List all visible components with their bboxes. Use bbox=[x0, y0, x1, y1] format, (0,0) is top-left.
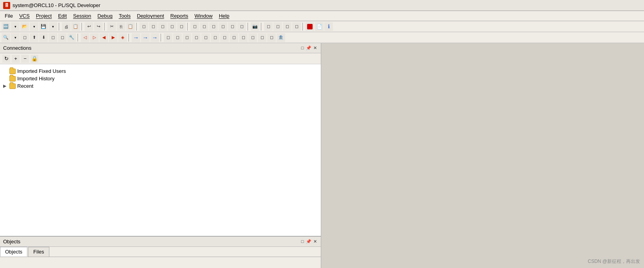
arrow-right-3[interactable]: → bbox=[150, 33, 159, 42]
t2b20[interactable]: ◻ bbox=[248, 33, 257, 42]
new-dropdown[interactable]: ▾ bbox=[11, 22, 20, 31]
tree-item-imported-fixed-users[interactable]: Imported Fixed Users bbox=[2, 67, 319, 75]
tb4[interactable]: ◻ bbox=[149, 22, 157, 31]
connections-minimize-btn[interactable]: □ bbox=[300, 45, 305, 51]
menu-edit[interactable]: Edit bbox=[55, 12, 70, 20]
connections-add-btn[interactable]: + bbox=[12, 55, 20, 63]
expand-icon[interactable]: ▶ bbox=[3, 83, 8, 89]
t2b8[interactable]: ◀ bbox=[99, 33, 108, 42]
t2b13[interactable]: ◻ bbox=[183, 33, 191, 42]
undo-button[interactable]: ↩ bbox=[85, 22, 93, 31]
t2b14[interactable]: ◻ bbox=[192, 33, 201, 42]
print2-button[interactable]: 📋 bbox=[71, 22, 80, 31]
tb6[interactable]: ◻ bbox=[168, 22, 176, 31]
t2b4[interactable]: ◻ bbox=[49, 33, 57, 42]
paste-button[interactable]: 📋 bbox=[126, 22, 135, 31]
connections-close-btn[interactable]: ✕ bbox=[312, 45, 318, 51]
t2b2[interactable]: ⬆ bbox=[30, 33, 38, 42]
camera-button[interactable]: 📷 bbox=[251, 22, 259, 31]
tb8[interactable]: ◻ bbox=[190, 22, 199, 31]
menu-project[interactable]: Project bbox=[33, 12, 55, 20]
t2b21[interactable]: ◻ bbox=[258, 33, 266, 42]
connections-remove-btn[interactable]: − bbox=[21, 55, 29, 63]
toolbar-2: 🔍 ▾ ◻ ⬆ ⬇ ◻ ◻ 🔧 ◁ ▷ ◀ ▶ ◈ → → → ◻ ◻ ◻ ◻ … bbox=[0, 32, 644, 43]
objects-panel: Objects □ 📌 ✕ Objects Files bbox=[0, 237, 321, 268]
new-button[interactable]: 🆕 bbox=[2, 22, 10, 31]
connections-refresh-btn[interactable]: ↻ bbox=[2, 55, 10, 63]
objects-minimize-btn[interactable]: □ bbox=[300, 239, 305, 244]
arrow-right-2[interactable]: → bbox=[141, 33, 150, 42]
tb12[interactable]: ◻ bbox=[228, 22, 237, 31]
tb7[interactable]: ◻ bbox=[177, 22, 186, 31]
t2b5[interactable]: ◻ bbox=[58, 33, 67, 42]
menu-tools[interactable]: Tools bbox=[116, 12, 134, 20]
info-button[interactable]: ℹ bbox=[324, 22, 333, 31]
tbx3[interactable]: ◻ bbox=[283, 22, 291, 31]
wrench-btn[interactable]: 🔧 bbox=[67, 33, 76, 42]
menu-window[interactable]: Window bbox=[191, 12, 215, 20]
left-panel: Connections □ 📌 ✕ ↻ + − 🔒 Imported Fixed… bbox=[0, 43, 321, 268]
tbx4[interactable]: ◻ bbox=[292, 22, 301, 31]
tree-label: Imported Fixed Users bbox=[17, 68, 66, 74]
menu-file[interactable]: File bbox=[2, 12, 16, 20]
tb3[interactable]: ◻ bbox=[139, 22, 148, 31]
tab-objects[interactable]: Objects bbox=[0, 247, 27, 257]
menu-deployment[interactable]: Deployment bbox=[134, 12, 167, 20]
menu-debug[interactable]: Debug bbox=[94, 12, 116, 20]
t2b22[interactable]: ◻ bbox=[267, 33, 276, 42]
t2b11[interactable]: ◻ bbox=[164, 33, 172, 42]
tbx2[interactable]: ◻ bbox=[273, 22, 282, 31]
connections-panel: Connections □ 📌 ✕ ↻ + − 🔒 Imported Fixed… bbox=[0, 43, 321, 237]
copy-button[interactable]: ⎘ bbox=[117, 22, 125, 31]
menu-help[interactable]: Help bbox=[216, 12, 233, 20]
connections-lock-btn[interactable]: 🔒 bbox=[31, 55, 38, 63]
open-dropdown[interactable]: ▾ bbox=[30, 22, 38, 31]
separator bbox=[78, 34, 79, 42]
save-button[interactable]: 💾 bbox=[39, 22, 48, 31]
redo-button[interactable]: ↪ bbox=[94, 22, 103, 31]
search-btn[interactable]: 🔍 bbox=[2, 33, 10, 42]
print-button[interactable]: 🖨 bbox=[62, 22, 71, 31]
t2b23[interactable]: 🏦 bbox=[277, 33, 285, 42]
connections-controls: □ 📌 ✕ bbox=[300, 45, 318, 51]
t2b10[interactable]: ◈ bbox=[118, 33, 127, 42]
tb10[interactable]: ◻ bbox=[209, 22, 218, 31]
tb11[interactable]: ◻ bbox=[219, 22, 227, 31]
save-dropdown[interactable]: ▾ bbox=[49, 22, 57, 31]
separator bbox=[161, 34, 162, 42]
tree-label: Recent bbox=[17, 83, 33, 89]
t2b1[interactable]: ◻ bbox=[20, 33, 29, 42]
t2b15[interactable]: ◻ bbox=[201, 33, 210, 42]
t2b19[interactable]: ◻ bbox=[239, 33, 248, 42]
tb9[interactable]: ◻ bbox=[200, 22, 208, 31]
t2b18[interactable]: ◻ bbox=[230, 33, 238, 42]
t2b16[interactable]: ◻ bbox=[211, 33, 219, 42]
separator bbox=[128, 34, 130, 42]
search-dropdown[interactable]: ▾ bbox=[11, 33, 20, 42]
arrow-right-1[interactable]: → bbox=[132, 33, 140, 42]
tree-item-recent[interactable]: ▶ Recent bbox=[2, 82, 319, 90]
t2b12[interactable]: ◻ bbox=[173, 33, 182, 42]
connections-pin-btn[interactable]: 📌 bbox=[306, 45, 311, 51]
t2b17[interactable]: ◻ bbox=[220, 33, 229, 42]
menu-vcs[interactable]: VCS bbox=[16, 12, 33, 20]
t2b3[interactable]: ⬇ bbox=[39, 33, 48, 42]
objects-close-btn[interactable]: ✕ bbox=[312, 239, 318, 244]
tb5[interactable]: ◻ bbox=[158, 22, 167, 31]
tab-files[interactable]: Files bbox=[28, 247, 49, 257]
t2b7[interactable]: ▷ bbox=[90, 33, 99, 42]
separator bbox=[248, 23, 249, 31]
open-button[interactable]: 📂 bbox=[20, 22, 29, 31]
menu-reports[interactable]: Reports bbox=[167, 12, 192, 20]
t2b9[interactable]: ▶ bbox=[109, 33, 118, 42]
menu-session[interactable]: Session bbox=[70, 12, 94, 20]
stop-button[interactable] bbox=[306, 22, 314, 31]
t2b6[interactable]: ◁ bbox=[81, 33, 89, 42]
cut-button[interactable]: ✂ bbox=[107, 22, 116, 31]
tb13[interactable]: ◻ bbox=[237, 22, 246, 31]
objects-title: Objects bbox=[3, 239, 20, 244]
pdf-button[interactable]: 📄 bbox=[315, 22, 324, 31]
tbx1[interactable]: ◻ bbox=[264, 22, 273, 31]
tree-item-imported-history[interactable]: Imported History bbox=[2, 75, 319, 82]
objects-pin-btn[interactable]: 📌 bbox=[306, 239, 311, 244]
